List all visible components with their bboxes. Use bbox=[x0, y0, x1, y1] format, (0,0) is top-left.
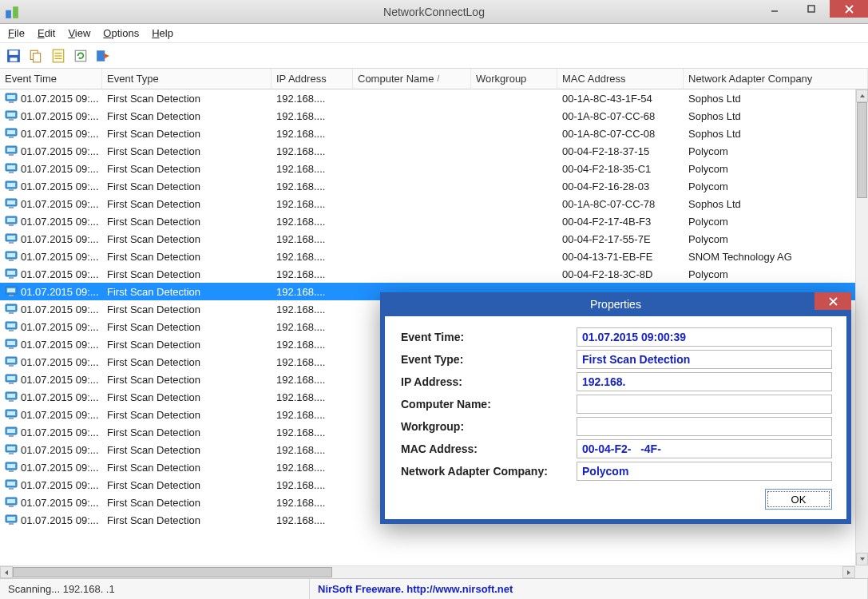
table-row[interactable]: 01.07.2015 09:...First Scan Detection192… bbox=[0, 248, 855, 265]
cell-event-time: 01.07.2015 09:... bbox=[21, 444, 99, 456]
properties-icon[interactable] bbox=[51, 49, 65, 63]
cell-ip: 192.168.... bbox=[271, 145, 353, 157]
svg-rect-58 bbox=[9, 330, 14, 331]
dialog-close-button[interactable] bbox=[814, 292, 851, 310]
cell-ip: 192.168.... bbox=[271, 356, 353, 368]
cell-event-time: 01.07.2015 09:... bbox=[21, 251, 99, 263]
prop-label-nac: Network Adapter Company: bbox=[401, 465, 577, 478]
scroll-left-button[interactable] bbox=[0, 566, 13, 578]
cell-event-type: First Scan Detection bbox=[102, 497, 271, 509]
maximize-button[interactable] bbox=[793, 0, 830, 18]
cell-mac: 00-1A-8C-07-CC-08 bbox=[557, 128, 684, 140]
hscroll-thumb[interactable] bbox=[13, 567, 332, 577]
prop-field-computer[interactable] bbox=[577, 395, 832, 414]
svg-rect-78 bbox=[7, 446, 15, 450]
table-row[interactable]: 01.07.2015 09:...First Scan Detection192… bbox=[0, 212, 855, 230]
horizontal-scrollbar[interactable] bbox=[0, 565, 855, 578]
prop-field-ip[interactable] bbox=[577, 372, 832, 391]
table-row[interactable]: 01.07.2015 09:...First Scan Detection192… bbox=[0, 177, 855, 195]
svg-rect-33 bbox=[7, 183, 15, 187]
toolbar bbox=[0, 43, 868, 69]
cell-nac: Polycom bbox=[684, 180, 855, 192]
close-button[interactable] bbox=[830, 0, 868, 18]
app-icon bbox=[5, 5, 19, 19]
svg-rect-88 bbox=[9, 506, 14, 507]
minimize-button[interactable] bbox=[756, 0, 793, 18]
scroll-right-button[interactable] bbox=[842, 566, 855, 578]
status-bar: Scanning... 192.168. .1 NirSoft Freeware… bbox=[0, 578, 868, 599]
prop-field-workgroup[interactable] bbox=[577, 417, 832, 436]
svg-rect-82 bbox=[9, 470, 14, 472]
menu-help[interactable]: Help bbox=[152, 27, 173, 39]
table-row[interactable]: 01.07.2015 09:...First Scan Detection192… bbox=[0, 160, 855, 177]
svg-rect-69 bbox=[7, 394, 15, 398]
prop-field-event-time[interactable] bbox=[577, 327, 832, 347]
prop-field-event-type[interactable] bbox=[577, 350, 832, 369]
menu-edit[interactable]: Edit bbox=[38, 27, 55, 39]
svg-rect-36 bbox=[7, 200, 15, 204]
cell-event-time: 01.07.2015 09:... bbox=[21, 145, 99, 157]
prop-label-ip: IP Address: bbox=[401, 375, 577, 388]
cell-ip: 192.168.... bbox=[271, 251, 353, 263]
cell-mac: 00-04-13-71-EB-FE bbox=[557, 251, 684, 263]
svg-rect-34 bbox=[9, 189, 14, 191]
col-computer-name[interactable]: Computer Name / bbox=[353, 69, 471, 89]
prop-field-mac[interactable] bbox=[577, 439, 832, 458]
exit-icon[interactable] bbox=[96, 49, 110, 63]
title-bar: NetworkConnectLog bbox=[0, 0, 868, 24]
table-row[interactable]: 01.07.2015 09:...First Scan Detection192… bbox=[0, 230, 855, 248]
list-header: Event Time Event Type IP Address Compute… bbox=[0, 69, 868, 89]
menu-view[interactable]: View bbox=[68, 27, 90, 39]
table-row[interactable]: 01.07.2015 09:...First Scan Detection192… bbox=[0, 107, 855, 125]
prop-label-mac: MAC Address: bbox=[401, 442, 577, 455]
table-row[interactable]: 01.07.2015 09:...First Scan Detection192… bbox=[0, 142, 855, 160]
table-row[interactable]: 01.07.2015 09:...First Scan Detection192… bbox=[0, 125, 855, 142]
prop-field-nac[interactable] bbox=[577, 462, 832, 481]
dialog-title-bar[interactable]: Properties bbox=[385, 292, 846, 316]
dialog-ok-button[interactable]: OK bbox=[765, 489, 832, 510]
scroll-down-button[interactable] bbox=[856, 553, 868, 565]
cell-mac: 00-04-F2-18-3C-8D bbox=[557, 268, 684, 280]
save-icon[interactable] bbox=[6, 49, 21, 63]
svg-rect-42 bbox=[7, 236, 15, 240]
cell-mac: 00-04-F2-18-35-C1 bbox=[557, 163, 684, 175]
svg-rect-25 bbox=[9, 137, 14, 138]
col-ip-address[interactable]: IP Address bbox=[271, 69, 353, 89]
vertical-scrollbar[interactable] bbox=[855, 89, 868, 565]
cell-ip: 192.168.... bbox=[271, 303, 353, 315]
svg-rect-28 bbox=[9, 154, 14, 156]
svg-rect-7 bbox=[9, 50, 18, 55]
cell-event-type: First Scan Detection bbox=[102, 514, 271, 526]
col-event-time[interactable]: Event Time bbox=[0, 69, 102, 89]
menu-options[interactable]: Options bbox=[103, 27, 139, 39]
svg-rect-43 bbox=[9, 242, 14, 244]
cell-ip: 192.168.... bbox=[271, 444, 353, 456]
cell-event-type: First Scan Detection bbox=[102, 93, 271, 105]
scroll-thumb[interactable] bbox=[857, 102, 867, 198]
col-mac-address[interactable]: MAC Address bbox=[557, 69, 684, 89]
table-row[interactable]: 01.07.2015 09:...First Scan Detection192… bbox=[0, 89, 855, 107]
col-event-type[interactable]: Event Type bbox=[102, 69, 271, 89]
cell-event-time: 01.07.2015 09:... bbox=[21, 286, 99, 298]
table-row[interactable]: 01.07.2015 09:...First Scan Detection192… bbox=[0, 195, 855, 212]
svg-rect-63 bbox=[7, 359, 15, 363]
scroll-up-button[interactable] bbox=[856, 89, 868, 102]
cell-event-time: 01.07.2015 09:... bbox=[21, 409, 99, 421]
table-row[interactable]: 01.07.2015 09:...First Scan Detection192… bbox=[0, 265, 855, 283]
menu-file[interactable]: File bbox=[8, 27, 25, 39]
cell-event-type: First Scan Detection bbox=[102, 251, 271, 263]
cell-ip: 192.168.... bbox=[271, 497, 353, 509]
svg-rect-49 bbox=[9, 277, 14, 279]
cell-nac: Sophos Ltd bbox=[684, 198, 855, 210]
col-workgroup[interactable]: Workgroup bbox=[471, 69, 557, 89]
properties-dialog: Properties Event Time: Event Type: IP Ad… bbox=[380, 292, 851, 524]
svg-rect-30 bbox=[7, 165, 15, 169]
cell-event-type: First Scan Detection bbox=[102, 163, 271, 175]
copy-icon[interactable] bbox=[29, 49, 43, 63]
svg-rect-87 bbox=[7, 499, 15, 503]
refresh-icon[interactable] bbox=[73, 49, 88, 63]
col-network-adapter-company[interactable]: Network Adapter Company bbox=[684, 69, 868, 89]
cell-nac: Polycom bbox=[684, 233, 855, 245]
status-nirsoft-link[interactable]: NirSoft Freeware. http://www.nirsoft.net bbox=[310, 579, 868, 599]
cell-event-time: 01.07.2015 09:... bbox=[21, 198, 99, 210]
